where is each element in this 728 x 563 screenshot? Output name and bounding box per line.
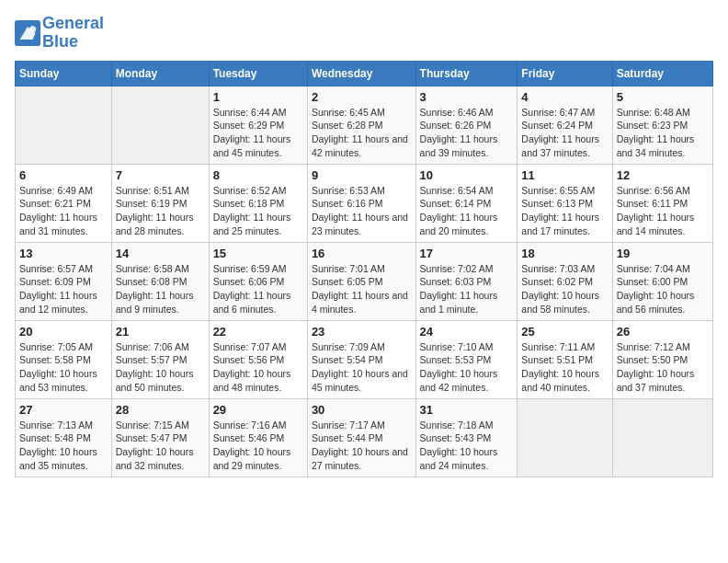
calendar-cell: 28Sunrise: 7:15 AM Sunset: 5:47 PM Dayli… — [111, 398, 209, 477]
logo: General Blue — [15, 15, 104, 52]
calendar-cell: 23Sunrise: 7:09 AM Sunset: 5:54 PM Dayli… — [307, 320, 415, 398]
day-info: Sunrise: 7:13 AM Sunset: 5:48 PM Dayligh… — [19, 419, 108, 473]
day-number: 26 — [617, 325, 709, 339]
calendar-cell: 20Sunrise: 7:05 AM Sunset: 5:58 PM Dayli… — [16, 320, 112, 398]
column-header-wednesday: Wednesday — [307, 61, 415, 86]
calendar-cell: 1Sunrise: 6:44 AM Sunset: 6:29 PM Daylig… — [209, 86, 307, 164]
day-number: 20 — [19, 325, 108, 339]
calendar-cell: 10Sunrise: 6:54 AM Sunset: 6:14 PM Dayli… — [415, 164, 518, 242]
calendar-cell: 5Sunrise: 6:48 AM Sunset: 6:23 PM Daylig… — [612, 86, 712, 164]
calendar-cell: 21Sunrise: 7:06 AM Sunset: 5:57 PM Dayli… — [111, 320, 209, 398]
day-number: 10 — [420, 168, 514, 182]
day-number: 24 — [420, 325, 514, 339]
calendar-cell: 16Sunrise: 7:01 AM Sunset: 6:05 PM Dayli… — [307, 242, 415, 320]
calendar-cell: 4Sunrise: 6:47 AM Sunset: 6:24 PM Daylig… — [518, 86, 612, 164]
day-number: 5 — [617, 90, 709, 104]
day-number: 31 — [420, 403, 514, 417]
logo-text: General Blue — [42, 15, 104, 52]
calendar-week-row: 6Sunrise: 6:49 AM Sunset: 6:21 PM Daylig… — [16, 164, 713, 242]
column-header-monday: Monday — [111, 61, 209, 86]
day-number: 18 — [521, 247, 608, 260]
day-number: 8 — [213, 168, 303, 182]
logo-icon — [15, 20, 40, 46]
day-number: 22 — [213, 325, 303, 339]
column-header-sunday: Sunday — [16, 61, 112, 86]
calendar-cell: 3Sunrise: 6:46 AM Sunset: 6:26 PM Daylig… — [415, 86, 518, 164]
calendar-cell — [16, 86, 112, 164]
day-info: Sunrise: 6:59 AM Sunset: 6:06 PM Dayligh… — [213, 262, 303, 316]
day-info: Sunrise: 7:10 AM Sunset: 5:53 PM Dayligh… — [420, 340, 514, 395]
day-info: Sunrise: 7:09 AM Sunset: 5:54 PM Dayligh… — [312, 340, 412, 395]
calendar-cell — [111, 86, 209, 164]
page-header: General Blue — [15, 15, 713, 52]
day-info: Sunrise: 6:44 AM Sunset: 6:29 PM Dayligh… — [213, 106, 303, 160]
day-number: 27 — [19, 403, 108, 417]
day-info: Sunrise: 7:12 AM Sunset: 5:50 PM Dayligh… — [617, 340, 709, 395]
day-info: Sunrise: 7:04 AM Sunset: 6:00 PM Dayligh… — [617, 262, 709, 316]
day-number: 1 — [213, 90, 303, 104]
day-number: 21 — [116, 325, 205, 339]
day-number: 7 — [116, 168, 205, 182]
column-header-tuesday: Tuesday — [209, 61, 307, 86]
calendar-cell: 6Sunrise: 6:49 AM Sunset: 6:21 PM Daylig… — [16, 164, 112, 242]
day-number: 12 — [617, 168, 709, 182]
calendar-cell: 27Sunrise: 7:13 AM Sunset: 5:48 PM Dayli… — [16, 398, 112, 477]
calendar-cell — [612, 398, 712, 477]
day-number: 25 — [521, 325, 608, 339]
day-info: Sunrise: 6:58 AM Sunset: 6:08 PM Dayligh… — [116, 262, 205, 316]
calendar-cell: 12Sunrise: 6:56 AM Sunset: 6:11 PM Dayli… — [612, 164, 712, 242]
calendar-cell: 24Sunrise: 7:10 AM Sunset: 5:53 PM Dayli… — [415, 320, 518, 398]
day-info: Sunrise: 7:05 AM Sunset: 5:58 PM Dayligh… — [19, 340, 108, 395]
day-info: Sunrise: 6:52 AM Sunset: 6:18 PM Dayligh… — [213, 184, 303, 238]
column-header-thursday: Thursday — [415, 61, 518, 86]
calendar-cell: 22Sunrise: 7:07 AM Sunset: 5:56 PM Dayli… — [209, 320, 307, 398]
calendar-week-row: 20Sunrise: 7:05 AM Sunset: 5:58 PM Dayli… — [16, 320, 713, 398]
day-number: 15 — [213, 247, 303, 260]
calendar-body: 1Sunrise: 6:44 AM Sunset: 6:29 PM Daylig… — [16, 86, 713, 477]
column-header-friday: Friday — [518, 61, 612, 86]
day-info: Sunrise: 6:56 AM Sunset: 6:11 PM Dayligh… — [617, 184, 709, 238]
day-info: Sunrise: 6:49 AM Sunset: 6:21 PM Dayligh… — [19, 184, 108, 238]
calendar-week-row: 27Sunrise: 7:13 AM Sunset: 5:48 PM Dayli… — [16, 398, 713, 477]
day-info: Sunrise: 6:54 AM Sunset: 6:14 PM Dayligh… — [420, 184, 514, 238]
calendar-cell: 19Sunrise: 7:04 AM Sunset: 6:00 PM Dayli… — [612, 242, 712, 320]
day-info: Sunrise: 7:07 AM Sunset: 5:56 PM Dayligh… — [213, 340, 303, 395]
svg-point-2 — [29, 26, 36, 32]
day-info: Sunrise: 6:57 AM Sunset: 6:09 PM Dayligh… — [19, 262, 108, 316]
calendar-cell: 29Sunrise: 7:16 AM Sunset: 5:46 PM Dayli… — [209, 398, 307, 477]
day-info: Sunrise: 7:11 AM Sunset: 5:51 PM Dayligh… — [521, 340, 608, 395]
day-info: Sunrise: 7:01 AM Sunset: 6:05 PM Dayligh… — [312, 262, 412, 316]
day-number: 30 — [312, 403, 412, 417]
day-number: 28 — [116, 403, 205, 417]
day-number: 4 — [521, 90, 608, 104]
day-info: Sunrise: 7:16 AM Sunset: 5:46 PM Dayligh… — [213, 419, 303, 473]
calendar-cell — [518, 398, 612, 477]
calendar-table: SundayMondayTuesdayWednesdayThursdayFrid… — [15, 61, 713, 477]
calendar-cell: 15Sunrise: 6:59 AM Sunset: 6:06 PM Dayli… — [209, 242, 307, 320]
calendar-week-row: 13Sunrise: 6:57 AM Sunset: 6:09 PM Dayli… — [16, 242, 713, 320]
day-info: Sunrise: 6:55 AM Sunset: 6:13 PM Dayligh… — [521, 184, 608, 238]
calendar-cell: 2Sunrise: 6:45 AM Sunset: 6:28 PM Daylig… — [307, 86, 415, 164]
day-number: 29 — [213, 403, 303, 417]
calendar-cell: 17Sunrise: 7:02 AM Sunset: 6:03 PM Dayli… — [415, 242, 518, 320]
day-info: Sunrise: 6:46 AM Sunset: 6:26 PM Dayligh… — [420, 106, 514, 160]
column-header-saturday: Saturday — [612, 61, 712, 86]
day-number: 23 — [312, 325, 412, 339]
day-number: 16 — [312, 247, 412, 260]
day-number: 11 — [521, 168, 608, 182]
day-number: 13 — [19, 247, 108, 260]
day-info: Sunrise: 6:48 AM Sunset: 6:23 PM Dayligh… — [617, 106, 709, 160]
calendar-cell: 7Sunrise: 6:51 AM Sunset: 6:19 PM Daylig… — [111, 164, 209, 242]
day-info: Sunrise: 6:45 AM Sunset: 6:28 PM Dayligh… — [312, 106, 412, 160]
calendar-week-row: 1Sunrise: 6:44 AM Sunset: 6:29 PM Daylig… — [16, 86, 713, 164]
day-info: Sunrise: 7:18 AM Sunset: 5:43 PM Dayligh… — [420, 419, 514, 473]
calendar-cell: 9Sunrise: 6:53 AM Sunset: 6:16 PM Daylig… — [307, 164, 415, 242]
day-number: 3 — [420, 90, 514, 104]
day-info: Sunrise: 6:47 AM Sunset: 6:24 PM Dayligh… — [521, 106, 608, 160]
calendar-cell: 14Sunrise: 6:58 AM Sunset: 6:08 PM Dayli… — [111, 242, 209, 320]
day-number: 14 — [116, 247, 205, 260]
day-info: Sunrise: 7:15 AM Sunset: 5:47 PM Dayligh… — [116, 419, 205, 473]
day-info: Sunrise: 6:53 AM Sunset: 6:16 PM Dayligh… — [312, 184, 412, 238]
calendar-cell: 11Sunrise: 6:55 AM Sunset: 6:13 PM Dayli… — [518, 164, 612, 242]
calendar-cell: 18Sunrise: 7:03 AM Sunset: 6:02 PM Dayli… — [518, 242, 612, 320]
